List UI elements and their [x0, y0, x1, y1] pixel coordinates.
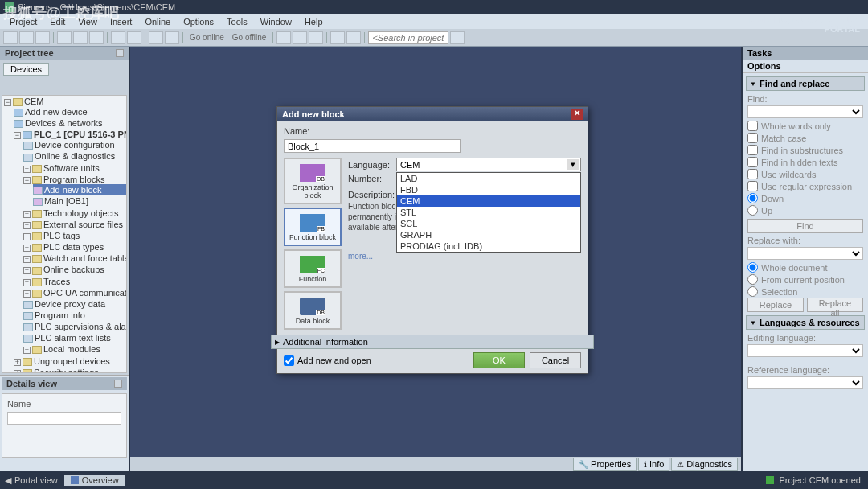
tb-btn-e-icon[interactable] — [346, 31, 361, 44]
language-select[interactable]: CEM LAD FBD CEM STL SCL GRAPH PRODIAG (i… — [396, 158, 581, 171]
close-icon[interactable]: ✕ — [571, 109, 583, 120]
type-fc[interactable]: Function — [284, 249, 342, 288]
tree-sw-units[interactable]: +Software units — [23, 162, 126, 174]
additional-info-header[interactable]: Additional information — [271, 335, 594, 349]
collapse-icon[interactable] — [116, 49, 124, 57]
tb-cut-icon[interactable] — [57, 31, 72, 44]
chk-whole-words[interactable] — [747, 121, 758, 131]
chk-add-open[interactable] — [284, 355, 294, 366]
radio-down[interactable] — [747, 193, 758, 203]
tab-properties[interactable]: 🔧 Properties — [573, 458, 637, 471]
dd-stl[interactable]: STL — [397, 207, 580, 218]
project-search-input[interactable] — [368, 31, 448, 44]
dd-cem[interactable]: CEM — [397, 195, 580, 207]
edit-lang-select[interactable] — [747, 344, 863, 357]
tb-btn-d-icon[interactable] — [330, 31, 345, 44]
find-input[interactable] — [747, 105, 863, 118]
dd-scl[interactable]: SCL — [397, 218, 580, 229]
tree-online-diag[interactable]: Online & diagnostics — [23, 150, 126, 162]
dd-prodiag[interactable]: PRODIAG (incl. IDB) — [397, 240, 580, 252]
tb-open-icon[interactable] — [19, 31, 34, 44]
tree-add-block[interactable]: Add new block — [33, 184, 126, 195]
chk-regex[interactable] — [747, 181, 758, 191]
radio-whole-doc[interactable] — [747, 262, 758, 273]
tree-security[interactable]: +Security settings — [14, 367, 126, 373]
tab-diagnostics[interactable]: ⚠ Diagnostics — [671, 458, 738, 471]
ok-button[interactable]: OK — [473, 352, 525, 368]
tree-tb1-icon[interactable] — [100, 80, 111, 92]
tree-devnet[interactable]: Devices & networks — [14, 117, 126, 129]
chk-find-sub[interactable] — [747, 145, 758, 155]
tb-upload-icon[interactable] — [165, 31, 179, 44]
tb-undo-icon[interactable] — [111, 31, 125, 44]
tree-alarm-tl[interactable]: PLC alarm text lists — [23, 332, 126, 343]
tb-btn-a-icon[interactable] — [276, 31, 291, 44]
radio-selection[interactable] — [747, 286, 758, 297]
dd-fbd[interactable]: FBD — [397, 184, 580, 195]
tb-paste-icon[interactable] — [89, 31, 104, 44]
replace-all-button[interactable]: Replace all — [807, 298, 863, 312]
dd-graph[interactable]: GRAPH — [397, 229, 580, 240]
chk-find-hidden[interactable] — [747, 157, 758, 167]
radio-up[interactable] — [747, 205, 758, 216]
tree-tb2-icon[interactable] — [114, 80, 125, 92]
tree-plc-dt[interactable]: +PLC data types — [23, 241, 126, 253]
tree-plc-tags[interactable]: +PLC tags — [23, 230, 126, 241]
devices-tab[interactable]: Devices — [3, 63, 49, 76]
tree-ext-src[interactable]: +External source files — [23, 219, 126, 230]
menu-help[interactable]: Help — [298, 17, 330, 27]
ref-lang-select[interactable] — [747, 376, 863, 389]
dv-collapse-icon[interactable] — [114, 380, 122, 388]
tree-root[interactable]: −CEM Add new device Devices & networks −… — [4, 96, 126, 373]
tree-ungrouped[interactable]: +Ungrouped devices — [14, 355, 126, 367]
tb-search-icon[interactable] — [450, 31, 465, 44]
tree-tech-obj[interactable]: +Technology objects — [23, 208, 126, 219]
more-link[interactable]: more... — [348, 252, 581, 261]
dd-lad[interactable]: LAD — [397, 173, 580, 184]
tree-local-mod[interactable]: +Local modules — [23, 343, 126, 355]
tree-plc[interactable]: −PLC_1 [CPU 1516-3 PN/DP] Device configu… — [14, 129, 126, 355]
tree-watch[interactable]: +Watch and force tables — [23, 253, 126, 264]
tree-proxy[interactable]: Device proxy data — [23, 298, 126, 310]
find-button[interactable]: Find — [747, 219, 863, 233]
menu-edit[interactable]: Edit — [43, 17, 72, 27]
type-db[interactable]: Data block — [284, 291, 342, 330]
cancel-button[interactable]: Cancel — [530, 352, 581, 368]
tb-go-online[interactable]: Go online — [186, 33, 227, 42]
dialog-titlebar[interactable]: Add new block ✕ — [277, 107, 588, 121]
tree-prog-blocks[interactable]: −Program blocks Add new block Main [OB1] — [23, 174, 126, 208]
replace-input[interactable] — [747, 247, 863, 260]
chk-match-case[interactable] — [747, 133, 758, 143]
menu-view[interactable]: View — [72, 17, 104, 27]
tree-traces[interactable]: +Traces — [23, 276, 126, 287]
tb-go-offline[interactable]: Go offline — [229, 33, 270, 42]
tree-prog-info[interactable]: Program info — [23, 310, 126, 321]
tb-redo-icon[interactable] — [127, 31, 141, 44]
menu-online[interactable]: Online — [138, 17, 177, 27]
tab-info[interactable]: ℹ Info — [638, 458, 669, 471]
chk-wildcards[interactable] — [747, 169, 758, 179]
tb-btn-c-icon[interactable] — [309, 31, 323, 44]
type-ob[interactable]: Organization block — [284, 158, 342, 204]
tree-add-device[interactable]: Add new device — [14, 106, 126, 117]
tree-opc[interactable]: +OPC UA communication — [23, 287, 126, 298]
tb-btn-b-icon[interactable] — [293, 31, 307, 44]
tree-dev-cfg[interactable]: Device configuration — [23, 139, 126, 150]
tb-save-icon[interactable] — [35, 31, 50, 44]
portal-view-button[interactable]: ◀Portal view — [5, 475, 58, 486]
lang-res-title[interactable]: Languages & resources — [746, 315, 865, 330]
tb-new-icon[interactable] — [3, 31, 18, 44]
tree-superv[interactable]: PLC supervisions & alarms — [23, 321, 126, 332]
menu-options[interactable]: Options — [177, 17, 220, 27]
menu-project[interactable]: Project — [3, 17, 43, 27]
overview-tab[interactable]: Overview — [64, 475, 125, 486]
menu-insert[interactable]: Insert — [104, 17, 139, 27]
find-replace-title[interactable]: Find and replace — [746, 76, 865, 91]
tb-copy-icon[interactable] — [73, 31, 88, 44]
tb-download-icon[interactable] — [149, 31, 163, 44]
radio-from-cur[interactable] — [747, 274, 758, 285]
block-name-input[interactable] — [284, 139, 461, 153]
replace-button[interactable]: Replace — [747, 298, 804, 312]
tree-backups[interactable]: +Online backups — [23, 264, 126, 275]
tree-main[interactable]: Main [OB1] — [33, 195, 126, 207]
